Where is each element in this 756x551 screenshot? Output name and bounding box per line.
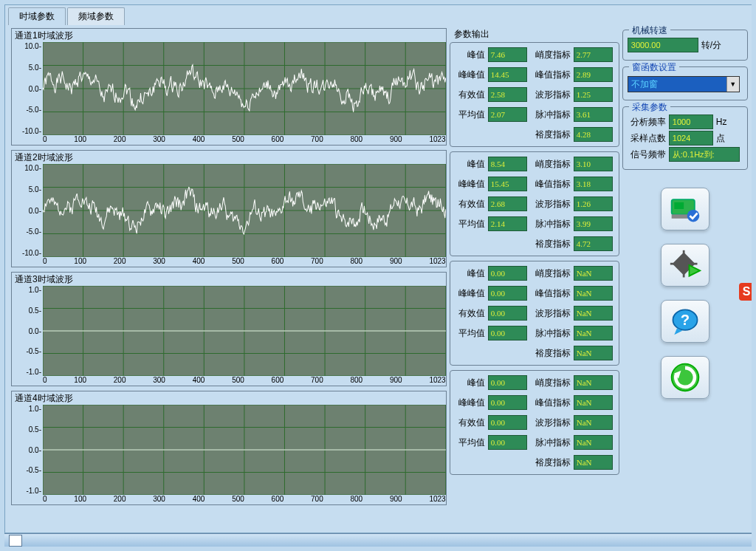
chevron-down-icon[interactable]: ▼ xyxy=(726,77,739,92)
param-value: 4.28 xyxy=(574,127,613,142)
tab-bar: 时域参数 频域参数 xyxy=(8,7,752,25)
chip-play-icon xyxy=(669,249,701,281)
param-label: 峰峰值 xyxy=(453,397,485,409)
params-column: 参数输出 峰值 7.46 峰峰值 14.45 有效值 2.58 平均值 2.07… xyxy=(447,25,619,533)
help-button[interactable]: ? xyxy=(661,300,709,343)
param-value: 2.14 xyxy=(488,216,527,231)
param-row: 平均值 2.07 xyxy=(453,107,527,122)
param-label: 峭度指标 xyxy=(527,158,571,171)
param-value: 15.45 xyxy=(488,177,527,191)
param-value: NaN xyxy=(574,395,613,410)
run-button[interactable] xyxy=(661,244,709,287)
svg-text:?: ? xyxy=(681,312,690,328)
group-acquire-title: 采集参数 xyxy=(629,101,670,114)
tab-freq-domain[interactable]: 频域参数 xyxy=(67,7,125,25)
group-acquire: 采集参数 分析频率 1000 Hz 采样点数 1024 点 信号频带 从:0.1… xyxy=(622,106,748,170)
param-row: 波形指标 1.26 xyxy=(527,196,613,211)
param-value: 0.00 xyxy=(488,326,527,340)
speed-unit: 转/分 xyxy=(701,39,721,52)
param-value: 2.68 xyxy=(488,196,527,211)
param-label: 峭度指标 xyxy=(527,377,571,389)
param-row: 平均值 2.14 xyxy=(453,216,527,231)
param-label: 脉冲指标 xyxy=(527,327,571,340)
chart-2-title: 通道2时域波形 xyxy=(12,151,446,164)
param-output-4: 峰值 0.00 峰峰值 0.00 有效值 0.00 平均值 0.00 峭度指标 … xyxy=(450,370,619,475)
param-value: 7.46 xyxy=(488,47,527,62)
param-label: 峰值指标 xyxy=(527,178,571,191)
params-title: 参数输出 xyxy=(450,28,619,42)
chart-3: 通道3时域波形 1.0-0.5-0.0--0.5--1.0- 010020030… xyxy=(11,272,447,386)
param-label: 峰峰值 xyxy=(453,178,485,191)
param-value: 14.45 xyxy=(488,67,527,82)
settings-column: 机械转速 3000.00 转/分 窗函数设置 不加窗 ▼ 采集参数 分析频率 1… xyxy=(619,25,752,533)
param-row: 有效值 2.58 xyxy=(453,87,527,102)
param-row: 裕度指标 NaN xyxy=(527,455,613,470)
param-row: 峰值 0.00 xyxy=(453,375,527,390)
window-select[interactable]: 不加窗 ▼ xyxy=(628,76,740,92)
param-label: 平均值 xyxy=(453,218,485,230)
param-value: 4.72 xyxy=(574,236,613,251)
param-row: 平均值 0.00 xyxy=(453,435,527,450)
param-output-2: 峰值 8.54 峰峰值 15.45 有效值 2.68 平均值 2.14 峭度指标… xyxy=(450,151,619,256)
param-label: 峭度指标 xyxy=(527,267,571,280)
param-label: 有效值 xyxy=(453,89,485,101)
chart-4-plot[interactable] xyxy=(43,405,446,495)
group-window: 窗函数设置 不加窗 ▼ xyxy=(622,66,748,100)
chart-2-plot[interactable] xyxy=(43,164,446,257)
param-value: 1.25 xyxy=(574,87,613,102)
save-button[interactable] xyxy=(661,188,709,230)
param-label: 脉冲指标 xyxy=(527,437,571,449)
tab-time-domain[interactable]: 时域参数 xyxy=(8,7,66,25)
param-label: 峰值指标 xyxy=(527,397,571,409)
refresh-button[interactable] xyxy=(661,356,709,399)
param-value: NaN xyxy=(574,306,613,321)
param-value: 2.07 xyxy=(488,107,527,122)
analysis-freq-value[interactable]: 1000 xyxy=(669,114,713,129)
param-label: 脉冲指标 xyxy=(527,109,571,121)
side-badge[interactable]: S xyxy=(739,283,754,301)
param-output-1: 峰值 7.46 峰峰值 14.45 有效值 2.58 平均值 2.07 峭度指标… xyxy=(450,42,619,147)
param-label: 波形指标 xyxy=(527,307,571,320)
param-row: 有效值 0.00 xyxy=(453,415,527,430)
param-value: 0.00 xyxy=(488,266,527,281)
param-row: 脉冲指标 NaN xyxy=(527,326,613,340)
param-value: 3.99 xyxy=(574,216,613,231)
param-label: 平均值 xyxy=(453,109,485,121)
param-label: 峰值 xyxy=(453,49,485,61)
param-row: 裕度指标 NaN xyxy=(527,346,613,360)
param-row: 峰值 7.46 xyxy=(453,47,527,62)
param-row: 峰峰值 0.00 xyxy=(453,395,527,410)
param-row: 峰值指标 2.89 xyxy=(527,67,613,82)
param-label: 有效值 xyxy=(453,198,485,211)
chart-2-yaxis: 10.0-5.0-0.0--5.0--10.0- xyxy=(12,164,43,257)
param-row: 峭度指标 NaN xyxy=(527,266,613,281)
param-value: 0.00 xyxy=(488,395,527,410)
svg-point-67 xyxy=(687,210,700,222)
chart-3-xaxis: 01002003004005006007008009001023 xyxy=(12,376,446,386)
sample-count-label: 采样点数 xyxy=(628,132,666,145)
charts-column: 通道1时域波形 10.0-5.0-0.0--5.0--10.0- 0100200… xyxy=(5,25,447,533)
param-value: 1.26 xyxy=(574,196,613,211)
param-value: 3.61 xyxy=(574,107,613,122)
param-row: 峰峰值 0.00 xyxy=(453,286,527,301)
param-row: 峭度指标 2.77 xyxy=(527,47,613,62)
chart-3-yaxis: 1.0-0.5-0.0--0.5--1.0- xyxy=(12,286,43,376)
param-value: 3.10 xyxy=(574,157,613,171)
chart-4-xaxis: 01002003004005006007008009001023 xyxy=(12,495,446,504)
param-value: 0.00 xyxy=(488,286,527,301)
chart-1-plot[interactable] xyxy=(43,42,446,135)
taskbar-app-icon[interactable] xyxy=(9,535,22,547)
chart-3-plot[interactable] xyxy=(43,286,446,376)
group-speed-title: 机械转速 xyxy=(629,24,670,37)
sample-count-value[interactable]: 1024 xyxy=(669,131,713,146)
param-label: 波形指标 xyxy=(527,89,571,101)
chart-1-yaxis: 10.0-5.0-0.0--5.0--10.0- xyxy=(12,42,43,135)
param-label: 峭度指标 xyxy=(527,49,571,61)
param-row: 脉冲指标 NaN xyxy=(527,435,613,450)
param-value: NaN xyxy=(574,266,613,281)
param-label: 裕度指标 xyxy=(527,129,571,141)
param-label: 峰值 xyxy=(453,158,485,171)
param-value: 8.54 xyxy=(488,157,527,171)
signal-band-label: 信号频带 xyxy=(628,148,666,161)
param-row: 波形指标 1.25 xyxy=(527,87,613,102)
